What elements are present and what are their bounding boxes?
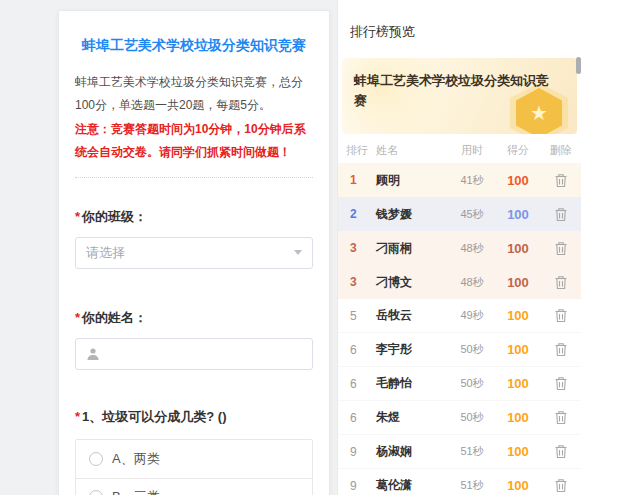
rank: 9: [346, 479, 376, 493]
time-used: 51秒: [449, 478, 495, 493]
rank: 1: [346, 173, 376, 187]
delete-button[interactable]: [541, 376, 581, 391]
trash-icon: [554, 478, 568, 493]
rank: 9: [346, 445, 376, 459]
option-b-label: B、三类: [112, 488, 160, 495]
class-select[interactable]: 请选择: [75, 237, 313, 269]
rank: 3: [346, 241, 376, 255]
rank: 2: [346, 207, 376, 221]
player-name: 岳牧云: [376, 307, 449, 324]
leaderboard-row: 9 葛伦潇 51秒 100: [338, 469, 581, 495]
delete-button[interactable]: [541, 478, 581, 493]
required-asterisk: *: [75, 310, 80, 325]
rank: 3: [346, 275, 376, 289]
player-name: 钱梦媛: [376, 206, 449, 223]
delete-button[interactable]: [541, 173, 581, 188]
time-used: 41秒: [449, 173, 495, 188]
time-used: 48秒: [449, 241, 495, 256]
class-field-label-text: 你的班级：: [82, 209, 147, 224]
delete-button[interactable]: [541, 308, 581, 323]
quiz-warning: 注意：竞赛答题时间为10分钟，10分钟后系统会自动交卷。请同学们抓紧时间做题！: [75, 118, 313, 165]
scrollbar-thumb[interactable]: [576, 57, 581, 74]
time-used: 45秒: [449, 207, 495, 222]
leaderboard-banner: 蚌埠工艺美术学校垃圾分类知识竞赛 ★: [342, 58, 577, 134]
leaderboard-row: 3 刁博文 48秒 100: [338, 265, 581, 299]
quiz-title: 蚌埠工艺美术学校垃圾分类知识竞赛: [75, 37, 313, 55]
question-title-text: 1、垃圾可以分成几类? (): [82, 409, 226, 424]
question-title: *1、垃圾可以分成几类? (): [75, 408, 313, 426]
player-name: 毛静怡: [376, 375, 449, 392]
player-name: 顾明: [376, 172, 449, 189]
delete-button[interactable]: [541, 410, 581, 425]
rank: 6: [346, 377, 376, 391]
name-input[interactable]: [75, 338, 313, 370]
score: 100: [495, 342, 541, 357]
column-name: 姓名: [376, 143, 449, 158]
trash-icon: [554, 308, 568, 323]
delete-button[interactable]: [541, 275, 581, 290]
player-name: 李宇彤: [376, 341, 449, 358]
option-a[interactable]: A、两类: [76, 440, 312, 478]
leaderboard-row: 1 顾明 41秒 100: [338, 163, 581, 197]
time-used: 50秒: [449, 376, 495, 391]
score: 100: [495, 376, 541, 391]
player-name: 刁博文: [376, 274, 449, 291]
trash-icon: [554, 173, 568, 188]
player-name: 杨淑娴: [376, 443, 449, 460]
delete-button[interactable]: [541, 342, 581, 357]
time-used: 50秒: [449, 342, 495, 357]
score: 100: [495, 410, 541, 425]
column-delete: 删除: [541, 143, 581, 158]
trash-icon: [554, 410, 568, 425]
leaderboard-row: 6 李宇彤 50秒 100: [338, 333, 581, 367]
delete-button[interactable]: [541, 207, 581, 222]
trash-icon: [554, 376, 568, 391]
leaderboard-row: 6 毛静怡 50秒 100: [338, 367, 581, 401]
leaderboard-body: 蚌埠工艺美术学校垃圾分类知识竞赛 ★ 排行 姓名 用时 得分 删除 1 顾明: [338, 58, 581, 495]
option-a-label: A、两类: [112, 450, 160, 468]
required-asterisk: *: [75, 209, 80, 224]
leaderboard-row: 6 朱煜 50秒 100: [338, 401, 581, 435]
score: 100: [495, 207, 541, 222]
rank: 6: [346, 343, 376, 357]
name-field-label-text: 你的姓名：: [82, 310, 147, 325]
banner-title: 蚌埠工艺美术学校垃圾分类知识竞赛: [354, 71, 559, 111]
time-used: 50秒: [449, 410, 495, 425]
column-score: 得分: [495, 143, 541, 158]
leaderboard-row: 5 岳牧云 49秒 100: [338, 299, 581, 333]
trash-icon: [554, 241, 568, 256]
trash-icon: [554, 275, 568, 290]
score: 100: [495, 275, 541, 290]
user-icon: [86, 347, 100, 361]
player-name: 刁雨桐: [376, 240, 449, 257]
leaderboard-column-headers: 排行 姓名 用时 得分 删除: [338, 137, 581, 163]
column-rank: 排行: [346, 143, 376, 158]
trash-icon: [554, 444, 568, 459]
quiz-intro: 蚌埠工艺美术学校垃圾分类知识竞赛，总分100分，单选题一共20题，每题5分。: [75, 71, 313, 118]
rank: 6: [346, 411, 376, 425]
rank: 5: [346, 309, 376, 323]
option-b[interactable]: B、三类: [76, 478, 312, 495]
score: 100: [495, 478, 541, 493]
radio-icon[interactable]: [89, 490, 103, 495]
leaderboard-rows: 1 顾明 41秒 100 2 钱梦媛 45秒 100 3 刁雨桐 48秒: [338, 163, 581, 495]
time-used: 51秒: [449, 444, 495, 459]
score: 100: [495, 241, 541, 256]
time-used: 49秒: [449, 308, 495, 323]
chevron-down-icon: [294, 250, 302, 255]
quiz-preview-page: 蚌埠工艺美术学校垃圾分类知识竞赛 蚌埠工艺美术学校垃圾分类知识竞赛，总分100分…: [0, 0, 632, 495]
class-select-placeholder: 请选择: [86, 244, 125, 262]
radio-icon[interactable]: [89, 452, 103, 466]
delete-button[interactable]: [541, 444, 581, 459]
dotted-divider: [75, 177, 313, 178]
score: 100: [495, 173, 541, 188]
leaderboard-drawer: 排行榜预览 蚌埠工艺美术学校垃圾分类知识竞赛 ★ 排行 姓名 用时 得分 删除: [337, 0, 632, 495]
score: 100: [495, 444, 541, 459]
name-field-label: *你的姓名：: [75, 309, 313, 327]
player-name: 葛伦潇: [376, 477, 449, 494]
quiz-card: 蚌埠工艺美术学校垃圾分类知识竞赛 蚌埠工艺美术学校垃圾分类知识竞赛，总分100分…: [58, 10, 330, 495]
column-time: 用时: [449, 143, 495, 158]
leaderboard-row: 3 刁雨桐 48秒 100: [338, 231, 581, 265]
delete-button[interactable]: [541, 241, 581, 256]
trash-icon: [554, 207, 568, 222]
